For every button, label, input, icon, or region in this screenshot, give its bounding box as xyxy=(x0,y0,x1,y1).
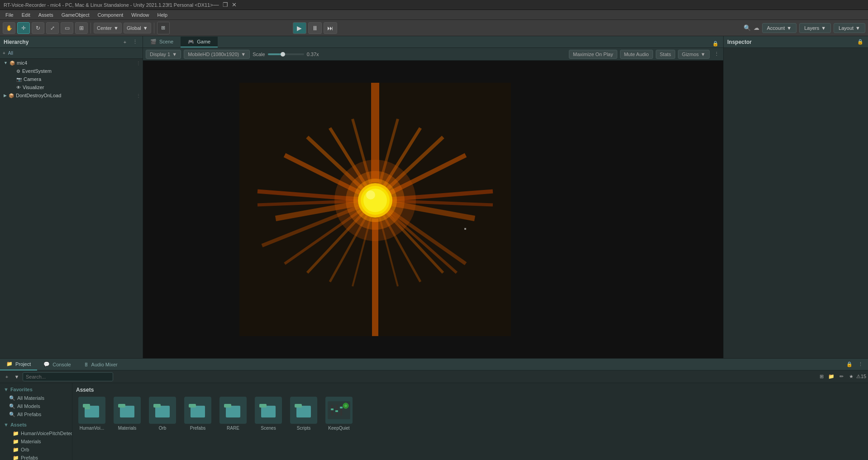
display-dropdown[interactable]: Display 1 ▼ xyxy=(146,50,181,59)
close-btn[interactable]: ✕ xyxy=(232,1,237,8)
tab-project[interactable]: 📁 Project xyxy=(0,359,37,370)
asset-humanvoi[interactable]: HumanVoi... xyxy=(76,397,108,431)
search-icon[interactable]: 🔍 xyxy=(744,24,751,31)
layout-btn[interactable]: Layout ▼ xyxy=(834,23,865,33)
svg-rect-48 xyxy=(295,404,302,408)
sidebar-orb-label: Orb xyxy=(21,447,29,452)
asset-label-materials: Materials xyxy=(118,426,137,431)
menu-window[interactable]: Window xyxy=(128,11,153,19)
bottom-icon1[interactable]: ⊞ xyxy=(817,373,825,381)
tab-audio-mixer[interactable]: 🎚 Audio Mixer xyxy=(77,359,124,370)
sidebar-humanvoice[interactable]: 📁 HumanVoicePitchDetector xyxy=(4,429,68,437)
rect-tool-btn[interactable]: ▭ xyxy=(61,22,73,34)
bottom-chevron-btn[interactable]: ▼ xyxy=(13,373,21,381)
stats-btn[interactable]: Stats xyxy=(656,50,675,59)
hierarchy-menu-btn[interactable]: ⋮ xyxy=(131,38,139,46)
asset-search-input[interactable] xyxy=(23,372,113,381)
asset-orb[interactable]: Orb xyxy=(147,397,178,431)
view-tabs-lock[interactable]: 🔒 xyxy=(711,39,720,47)
hier-icon-dontdestroy: 📦 xyxy=(9,93,14,98)
fav-materials-label: All Materials xyxy=(17,395,44,401)
hier-item-camera[interactable]: 📷 Camera xyxy=(0,75,143,83)
layout-chevron: ▼ xyxy=(855,25,860,31)
bottom-add-btn[interactable]: + xyxy=(3,373,11,381)
scale-handle[interactable] xyxy=(281,52,285,57)
asset-scripts[interactable]: Scripts xyxy=(288,397,320,431)
display-chevron: ▼ xyxy=(172,52,177,57)
game-toolbar-menu[interactable]: ⋮ xyxy=(712,50,720,58)
global-local-btn[interactable]: Global ▼ xyxy=(124,23,151,33)
game-view[interactable] xyxy=(143,61,723,358)
account-btn[interactable]: Account ▼ xyxy=(762,23,797,33)
hierarchy-header: Hierarchy + ⋮ xyxy=(0,36,143,48)
menu-file[interactable]: File xyxy=(2,11,17,19)
hier-opts-dontdestroy[interactable]: ⋮ xyxy=(136,93,141,98)
resolution-dropdown[interactable]: MobileHD (1080x1920) ▼ xyxy=(184,50,250,59)
scale-tool-btn[interactable]: ⤢ xyxy=(46,22,59,34)
asset-label-prefabs: Prefabs xyxy=(190,426,205,431)
bottom-star-btn[interactable]: ★ xyxy=(847,373,855,381)
scale-slider[interactable] xyxy=(268,53,304,55)
hierarchy-add-btn[interactable]: + xyxy=(121,38,129,46)
hier-opts-mic4[interactable]: ⋮ xyxy=(136,61,141,66)
gizmos-btn[interactable]: Gizmos ▼ xyxy=(678,50,710,59)
tab-scene[interactable]: 🎬 Scene xyxy=(143,37,181,47)
maximize-btn[interactable]: ❐ xyxy=(223,1,228,8)
bottom-icon2[interactable]: 📁 xyxy=(827,373,835,381)
sidebar-folder-1: 📁 xyxy=(13,431,19,436)
hier-item-dontdestroy[interactable]: ▶ 📦 DontDestroyOnLoad ⋮ xyxy=(0,91,143,100)
fav-all-prefabs[interactable]: 🔍 All Prefabs xyxy=(4,410,68,418)
asset-prefabs[interactable]: Prefabs xyxy=(182,397,214,431)
bottom-toolbar-right: ⊞ 📁 ✏ ★ ⚠15 xyxy=(817,373,865,381)
move-tool-btn[interactable]: ✛ xyxy=(17,22,30,34)
scale-control: Scale 0.37x xyxy=(253,52,319,57)
svg-rect-42 xyxy=(189,404,196,408)
hand-tool-btn[interactable]: ✋ xyxy=(3,22,15,34)
window-controls[interactable]: — ❐ ✕ xyxy=(213,1,237,8)
play-btn[interactable]: ▶ xyxy=(293,22,306,34)
mute-audio-btn[interactable]: Mute Audio xyxy=(620,50,653,59)
menu-component[interactable]: Component xyxy=(94,11,127,19)
pause-btn[interactable]: ⏸ xyxy=(308,22,322,34)
bottom-menu-btn[interactable]: ⋮ xyxy=(856,360,864,369)
tab-game[interactable]: 🎮 Game xyxy=(181,37,218,47)
menu-edit[interactable]: Edit xyxy=(18,11,34,19)
transform-tool-btn[interactable]: ⊞ xyxy=(75,22,88,34)
fav-all-materials[interactable]: 🔍 All Materials xyxy=(4,394,68,402)
sidebar-orb[interactable]: 📁 Orb xyxy=(4,446,68,454)
menu-help[interactable]: Help xyxy=(153,11,171,19)
maximize-on-play-btn[interactable]: Maximize On Play xyxy=(569,50,617,59)
fav-all-models[interactable]: 🔍 All Models xyxy=(4,402,68,410)
bottom-content: ▼ Favorites 🔍 All Materials 🔍 All Models… xyxy=(0,383,868,460)
hier-item-eventsystem[interactable]: ⚙ EventSystem xyxy=(0,67,143,75)
minimize-btn[interactable]: — xyxy=(213,1,219,8)
svg-rect-53 xyxy=(335,410,338,412)
rotate-tool-btn[interactable]: ↻ xyxy=(32,22,44,34)
sidebar-materials[interactable]: 📁 Materials xyxy=(4,437,68,446)
hier-item-mic4[interactable]: ▼ 📦 mic4 ⋮ xyxy=(0,59,143,67)
menu-assets[interactable]: Assets xyxy=(35,11,57,19)
hier-filter-all[interactable]: All xyxy=(8,51,13,56)
asset-icon-materials xyxy=(114,397,141,424)
tab-console[interactable]: 💬 Console xyxy=(37,359,77,370)
collab-icon[interactable]: ☁ xyxy=(754,24,759,31)
inspector-panel: Inspector 🔒 xyxy=(723,36,868,358)
resolution-label: MobileHD (1080x1920) xyxy=(188,52,239,57)
layers-btn[interactable]: Layers ▼ xyxy=(799,23,831,33)
step-btn[interactable]: ⏭ xyxy=(324,22,337,34)
grid-btn[interactable]: ⊞ xyxy=(157,22,170,34)
bottom-icon3[interactable]: ✏ xyxy=(837,373,845,381)
asset-keepquiet[interactable]: KeepQuiet xyxy=(323,397,355,431)
center-chevron: ▼ xyxy=(114,25,119,31)
menu-gameobject[interactable]: GameObject xyxy=(58,11,93,19)
asset-rare[interactable]: RARE xyxy=(217,397,249,431)
asset-scenes[interactable]: Scenes xyxy=(253,397,284,431)
hier-icon-camera: 📷 xyxy=(16,77,22,82)
inspector-lock-btn[interactable]: 🔒 xyxy=(856,38,864,46)
hier-add-icon[interactable]: + xyxy=(3,51,5,56)
asset-materials[interactable]: Materials xyxy=(111,397,143,431)
sidebar-prefabs[interactable]: 📁 Prefabs xyxy=(4,454,68,460)
bottom-lock-btn[interactable]: 🔒 xyxy=(845,360,854,369)
center-pivot-btn[interactable]: Center ▼ xyxy=(94,23,122,33)
hier-item-visualizer[interactable]: 👁 Visualizer xyxy=(0,83,143,91)
